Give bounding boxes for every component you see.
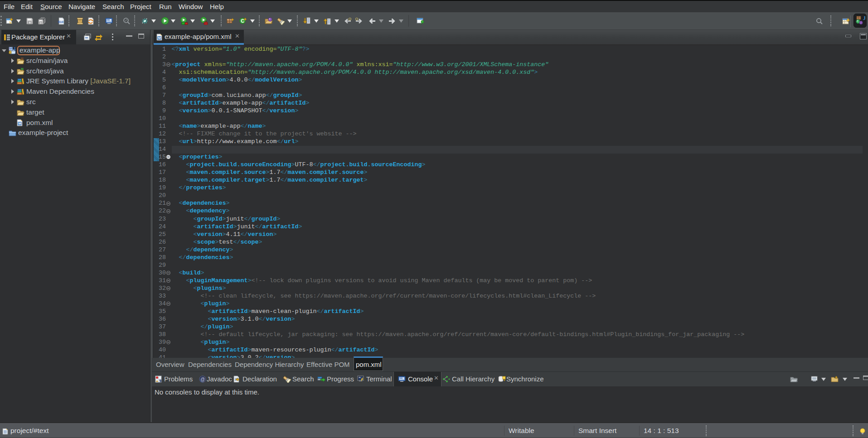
svg-text:@: @ (200, 377, 205, 382)
svg-text:C: C (241, 19, 244, 24)
svg-text:M: M (18, 121, 21, 125)
svg-text:010: 010 (58, 20, 63, 24)
svg-text:M: M (158, 36, 160, 40)
svg-text:J: J (863, 15, 865, 21)
svg-text:M: M (10, 47, 12, 50)
svg-text:J: J (13, 47, 15, 51)
